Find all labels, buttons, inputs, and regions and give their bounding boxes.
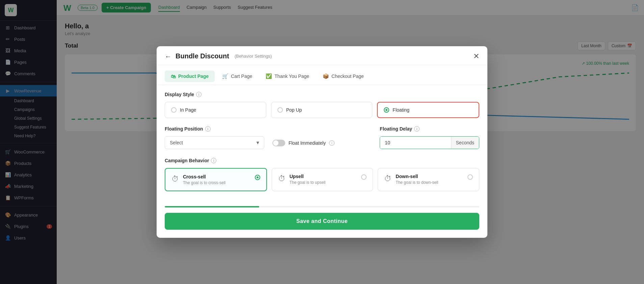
display-option-inpage[interactable]: In Page [165, 102, 266, 118]
tab-icon-product: 🛍 [171, 74, 176, 79]
display-style-label: Display Style i [165, 92, 479, 97]
toggle-knob [273, 140, 278, 146]
downsell-desc: The goal is to down-sell [396, 180, 463, 185]
float-immediately-toggle[interactable] [272, 140, 285, 146]
downsell-title: Down-sell [396, 174, 463, 179]
floating-position-info-icon[interactable]: i [205, 126, 211, 132]
modal-body: Display Style i In Page Pop Up Floating [157, 85, 487, 206]
float-immediately-info-icon[interactable]: i [329, 140, 334, 146]
crosssell-icon: ⏱ [171, 175, 179, 183]
delay-input[interactable] [380, 137, 451, 149]
tab-checkout-page[interactable]: 📦 Checkout Page [317, 70, 370, 82]
main-area: W Beta 1.0 + Create Campaign Dashboard C… [57, 0, 644, 284]
floating-delay-info-icon[interactable]: i [414, 126, 420, 132]
page-tabs: 🛍 Product Page 🛒 Cart Page ✅ Thank You P… [157, 65, 487, 85]
modal-title: Bundle Discount [176, 52, 229, 60]
radio-popup [277, 107, 283, 113]
upsell-desc: The goal is to upsell [290, 180, 357, 185]
radio-floating [384, 107, 389, 113]
behavior-card-upsell[interactable]: ⏱ Upsell The goal is to upsell [272, 168, 373, 191]
behavior-card-crosssell[interactable]: ⏱ Cross-sell The goal is to cross-sell [165, 168, 267, 191]
downsell-text: Down-sell The goal is to down-sell [396, 174, 463, 185]
crosssell-text: Cross-sell The goal is to cross-sell [183, 174, 251, 185]
delay-input-row: Seconds [380, 136, 479, 149]
float-immediately-row: Float Immediately i [272, 136, 372, 150]
display-style-options: In Page Pop Up Floating [165, 102, 479, 118]
radio-crosssell [255, 175, 260, 180]
upsell-text: Upsell The goal is to upsell [290, 174, 357, 185]
modal: ← Bundle Discount (Behavior Settings) ✕ … [157, 46, 487, 238]
float-immediately-col: Float Immediately i [272, 126, 372, 150]
downsell-icon: ⏱ [384, 174, 392, 183]
floating-position-select-wrapper: Select ▼ [165, 136, 264, 149]
tab-icon-cart: 🛒 [222, 73, 229, 79]
tab-cart-page[interactable]: 🛒 Cart Page [216, 70, 258, 82]
upsell-icon: ⏱ [278, 174, 286, 183]
radio-downsell [467, 174, 473, 180]
tab-thank-you-page[interactable]: ✅ Thank You Page [260, 70, 315, 82]
behavior-card-downsell[interactable]: ⏱ Down-sell The goal is to down-sell [378, 168, 479, 191]
floating-position-label: Floating Position i [165, 126, 264, 132]
campaign-behavior-label: Campaign Behavior i [165, 158, 479, 163]
crosssell-desc: The goal is to cross-sell [183, 180, 251, 185]
floating-position-select[interactable]: Select [165, 136, 264, 149]
display-option-popup[interactable]: Pop Up [271, 102, 373, 118]
modal-header: ← Bundle Discount (Behavior Settings) ✕ [157, 46, 487, 65]
delay-unit: Seconds [451, 137, 479, 149]
modal-progress-fill [165, 206, 259, 207]
floating-delay-col: Floating Delay i Seconds [380, 126, 479, 149]
tab-icon-thankyou: ✅ [266, 73, 272, 79]
radio-upsell [361, 174, 367, 180]
modal-progress-bar [165, 206, 479, 207]
tab-icon-checkout: 📦 [323, 73, 329, 79]
tab-product-page[interactable]: 🛍 Product Page [165, 70, 215, 82]
campaign-behavior-options: ⏱ Cross-sell The goal is to cross-sell ⏱… [165, 168, 479, 191]
modal-overlay[interactable]: ← Bundle Discount (Behavior Settings) ✕ … [57, 0, 644, 284]
modal-back-button[interactable]: ← [165, 53, 171, 60]
display-option-floating[interactable]: Floating [377, 102, 479, 118]
floating-position-col: Floating Position i Select ▼ [165, 126, 264, 149]
floating-delay-label: Floating Delay i [380, 126, 479, 132]
radio-inpage [171, 107, 177, 113]
save-continue-button[interactable]: Save and Continue [165, 213, 479, 230]
modal-subtitle: (Behavior Settings) [235, 54, 272, 59]
floating-row: Floating Position i Select ▼ [165, 126, 479, 150]
crosssell-title: Cross-sell [183, 174, 251, 179]
display-style-info-icon[interactable]: i [196, 92, 202, 97]
upsell-title: Upsell [290, 174, 357, 179]
campaign-behavior-info-icon[interactable]: i [211, 158, 216, 163]
modal-close-button[interactable]: ✕ [473, 53, 479, 60]
